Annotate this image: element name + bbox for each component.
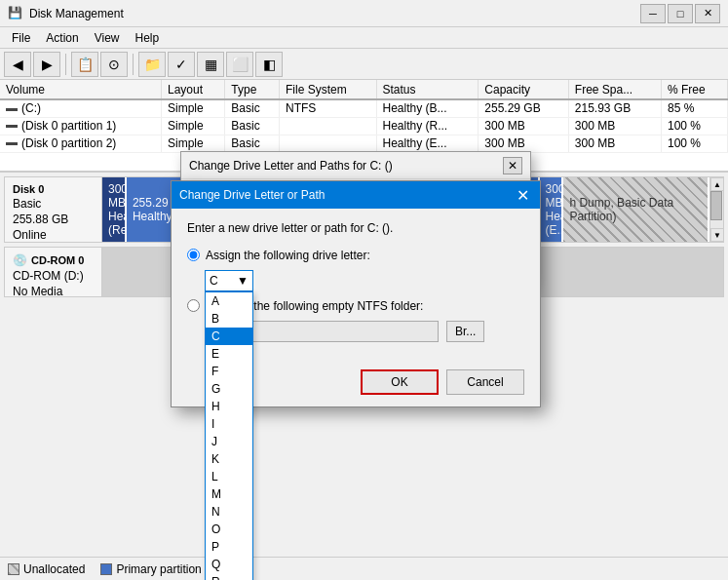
letter-N[interactable]: N: [206, 503, 252, 521]
dialog-inner-content: Enter a new drive letter or path for C: …: [172, 209, 540, 362]
radio-row-1: Assign the following drive letter:: [187, 249, 524, 262]
dialog-inner-title: Change Drive Letter or Path: [179, 188, 513, 202]
letter-F[interactable]: F: [206, 363, 252, 380]
letter-O[interactable]: O: [206, 521, 252, 538]
drive-select-container: C ▼ A B C E F G H I J K: [205, 270, 253, 291]
letter-L[interactable]: L: [206, 468, 252, 485]
letter-J[interactable]: J: [206, 433, 252, 450]
letter-R[interactable]: R: [206, 573, 252, 580]
radio-assign[interactable]: [187, 249, 200, 261]
letter-Q[interactable]: Q: [206, 556, 252, 573]
letter-E[interactable]: E: [206, 345, 252, 363]
dialog-inner-close[interactable]: ✕: [513, 186, 532, 204]
dialog-outer-title: Change Drive Letter and Paths for C: (): [189, 159, 503, 173]
drive-select-btn[interactable]: C ▼: [205, 270, 253, 291]
inner-cancel-button[interactable]: Cancel: [446, 369, 524, 395]
drive-dropdown: A B C E F G H I J K L M N O P: [205, 291, 253, 580]
drive-letter-row: C ▼ A B C E F G H I J K: [205, 270, 524, 291]
dialog-overlay: Change Drive Letter and Paths for C: () …: [0, 0, 728, 580]
radio-mount[interactable]: [187, 299, 200, 312]
letter-C[interactable]: C: [206, 328, 252, 345]
letter-M[interactable]: M: [206, 485, 252, 503]
radio-assign-label: Assign the following drive letter:: [206, 249, 370, 262]
dialog-outer-close[interactable]: ✕: [503, 157, 522, 174]
dialog-description: Enter a new drive letter or path for C: …: [187, 220, 524, 237]
letter-K[interactable]: K: [206, 450, 252, 468]
dropdown-arrow-icon: ▼: [237, 274, 249, 288]
letter-A[interactable]: A: [206, 292, 252, 310]
dialog-inner-titlebar: Change Drive Letter or Path ✕: [172, 181, 540, 209]
letter-P[interactable]: P: [206, 538, 252, 556]
dialog-inner: Change Drive Letter or Path ✕ Enter a ne…: [171, 180, 541, 407]
letter-B[interactable]: B: [206, 310, 252, 328]
browse-button[interactable]: Br...: [446, 321, 484, 342]
letter-G[interactable]: G: [206, 380, 252, 398]
letter-I[interactable]: I: [206, 415, 252, 433]
inner-ok-button[interactable]: OK: [361, 369, 439, 395]
selected-letter: C: [210, 274, 218, 288]
dialog-outer-titlebar: Change Drive Letter and Paths for C: () …: [181, 152, 530, 179]
letter-H[interactable]: H: [206, 398, 252, 415]
